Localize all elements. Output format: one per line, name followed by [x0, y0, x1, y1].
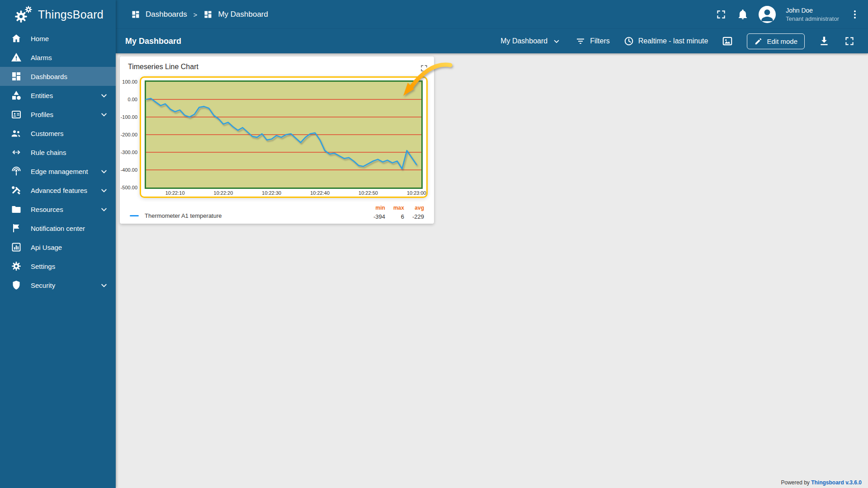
x-axis-labels	[145, 189, 423, 196]
sidebar-item-settings[interactable]: Settings	[0, 257, 116, 276]
main-area: Dashboards > My Dashboard John Doe Tenan…	[116, 0, 868, 488]
tools-icon	[11, 185, 22, 196]
stat-min-header: min	[373, 205, 385, 211]
app-root: ThingsBoard HomeAlarmsDashboardsEntities…	[0, 0, 868, 488]
sidebar-item-alarms[interactable]: Alarms	[0, 48, 116, 67]
stat-min-value: -394	[373, 213, 385, 220]
x-axis-tick: 10:23:00	[407, 190, 426, 196]
sidebar-item-home[interactable]: Home	[0, 29, 116, 48]
sidebar-item-label: Dashboards	[31, 73, 109, 80]
download-icon[interactable]	[818, 35, 830, 47]
sidebar-item-label: Customers	[31, 130, 109, 137]
sidebar-item-label: Resources	[31, 206, 90, 213]
sidebar-item-api-usage[interactable]: Api Usage	[0, 238, 116, 257]
x-axis-tick: 10:22:10	[165, 190, 185, 196]
sidebar-item-label: Rule chains	[31, 149, 109, 156]
sidebar-item-label: Api Usage	[31, 244, 109, 251]
dropdown-arrow-icon	[552, 36, 561, 46]
sidebar-item-security[interactable]: Security	[0, 276, 116, 295]
stat-avg-header: avg	[412, 205, 424, 211]
chevron-down-icon	[99, 185, 109, 196]
kebab-menu-icon[interactable]	[849, 9, 861, 20]
y-axis-tick: -300.00	[121, 150, 137, 155]
chevron-down-icon	[99, 280, 109, 291]
dashboards-icon	[11, 71, 22, 82]
timeseries-widget: Timeseries Line Chart 100.000.00-100.00-…	[120, 56, 434, 224]
chevron-down-icon	[99, 166, 109, 177]
y-axis-tick: -100.00	[121, 114, 137, 120]
sidebar-item-advanced-features[interactable]: Advanced features	[0, 181, 116, 200]
chevron-down-icon	[99, 90, 109, 101]
breadcrumb-dashboards[interactable]: Dashboards	[146, 10, 187, 19]
x-axis-tick: 10:22:40	[310, 190, 330, 196]
y-axis-tick: 0.00	[128, 97, 137, 102]
header-actions: John Doe Tenant administrator	[715, 6, 861, 23]
chart-icon	[11, 242, 22, 253]
legend-series-label: Thermometer A1 temperature	[145, 212, 222, 219]
timewindow-button[interactable]: Realtime - last minute	[623, 36, 708, 47]
sidebar-item-label: Home	[31, 35, 109, 42]
sidebar-item-entities[interactable]: Entities	[0, 86, 116, 105]
widget-expand-icon[interactable]	[420, 64, 429, 73]
legend-series-item[interactable]: Thermometer A1 temperature	[130, 212, 222, 220]
sidebar-item-label: Settings	[31, 263, 109, 270]
people-icon	[11, 128, 22, 139]
badge-icon	[11, 109, 22, 120]
chart-region: 100.000.00-100.00-200.00-300.00-400.00-5…	[122, 76, 428, 198]
user-name: John Doe	[786, 6, 839, 15]
breadcrumb-current[interactable]: My Dashboard	[218, 10, 268, 19]
warning-icon	[11, 52, 22, 63]
dashboard-select-value: My Dashboard	[500, 37, 547, 45]
footer: Powered by Thingsboard v.3.6.0	[781, 479, 862, 486]
breadcrumb: Dashboards > My Dashboard	[131, 10, 268, 19]
dashboard-title: My Dashboard	[125, 37, 181, 46]
sidebar-item-label: Entities	[31, 92, 90, 99]
user-info[interactable]: John Doe Tenant administrator	[786, 6, 839, 23]
clock-icon	[623, 36, 634, 47]
brand-name: ThingsBoard	[38, 8, 104, 21]
y-axis-tick: -500.00	[121, 185, 137, 190]
legend-stats: min max avg -394 6 -229	[373, 205, 424, 220]
category-icon	[11, 90, 22, 101]
fullscreen-icon[interactable]	[715, 9, 727, 20]
chart-plot-area[interactable]	[145, 80, 423, 189]
x-axis-tick: 10:22:20	[214, 190, 233, 196]
chart-highlight-box	[140, 76, 428, 198]
y-axis-labels: 100.000.00-100.00-200.00-300.00-400.00-5…	[122, 76, 140, 198]
filter-icon	[575, 36, 586, 47]
notifications-bell-icon[interactable]	[737, 9, 749, 20]
sidebar-item-label: Edge management	[31, 168, 90, 175]
sidebar-item-notification-center[interactable]: Notification center	[0, 219, 116, 238]
sidebar-item-resources[interactable]: Resources	[0, 200, 116, 219]
stat-max-header: max	[393, 205, 404, 211]
y-axis-tick: -400.00	[121, 167, 137, 173]
footer-powered-by: Powered by	[781, 479, 809, 486]
sidebar-item-label: Profiles	[31, 111, 90, 118]
dashboard-select[interactable]: My Dashboard	[500, 36, 561, 46]
y-axis-tick: -200.00	[121, 132, 137, 137]
pencil-icon	[754, 37, 763, 46]
avatar[interactable]	[759, 6, 776, 23]
thingsboard-logo[interactable]: ThingsBoard	[0, 0, 116, 29]
chevron-down-icon	[99, 204, 109, 215]
widget-title: Timeseries Line Chart	[128, 63, 420, 71]
footer-version-link[interactable]: Thingsboard v.3.6.0	[811, 479, 862, 486]
sidebar-item-dashboards[interactable]: Dashboards	[0, 67, 116, 86]
sidebar-item-edge-management[interactable]: Edge management	[0, 162, 116, 181]
user-role: Tenant administrator	[786, 15, 839, 23]
stat-avg-value: -229	[412, 213, 424, 220]
legend-row: Thermometer A1 temperature min max avg -…	[120, 205, 434, 220]
sidebar-item-label: Advanced features	[31, 187, 90, 194]
edge-icon	[11, 166, 22, 177]
fullscreen-icon[interactable]	[844, 35, 855, 47]
filters-button[interactable]: Filters	[575, 36, 610, 47]
sidebar-item-profiles[interactable]: Profiles	[0, 105, 116, 124]
edit-mode-button[interactable]: Edit mode	[747, 33, 805, 49]
sidebar-item-customers[interactable]: Customers	[0, 124, 116, 143]
dashboard-toolbar: My Dashboard My Dashboard Filters Realti…	[116, 29, 868, 53]
sidebar-item-rule-chains[interactable]: Rule chains	[0, 143, 116, 162]
sidebar-nav: HomeAlarmsDashboardsEntitiesProfilesCust…	[0, 29, 116, 295]
rule-chain-icon	[11, 147, 22, 158]
sidebar: ThingsBoard HomeAlarmsDashboardsEntities…	[0, 0, 116, 488]
image-gallery-icon[interactable]	[722, 35, 733, 47]
